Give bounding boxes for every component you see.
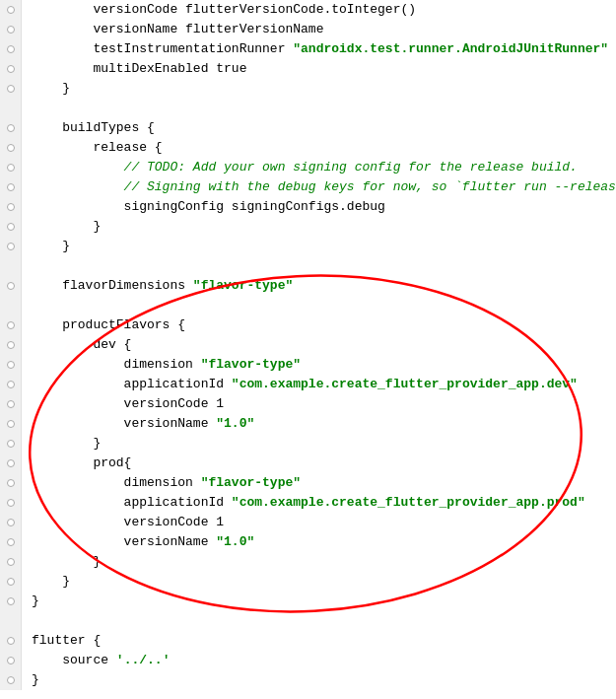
code-content: }	[22, 434, 101, 454]
line-gutter	[0, 158, 22, 177]
code-content	[22, 611, 39, 631]
token-str: '../..'	[116, 653, 171, 667]
gutter-dot	[7, 400, 15, 408]
code-content: versionCode 1	[22, 513, 224, 532]
token-plain: versionCode 1	[32, 515, 224, 529]
code-line-4: multiDexEnabled true	[0, 59, 616, 79]
code-content: }	[22, 670, 39, 690]
token-plain: buildTypes {	[32, 120, 155, 135]
line-gutter	[0, 473, 22, 493]
code-line-25: dimension "flavor-type"	[0, 473, 616, 493]
token-str: "com.example.create_flutter_provider_app…	[232, 377, 578, 391]
token-plain: multiDexEnabled true	[32, 61, 246, 76]
gutter-dot	[7, 459, 15, 467]
code-content: dev {	[22, 335, 131, 355]
token-str: "1.0"	[216, 416, 254, 431]
token-str: "1.0"	[216, 534, 254, 549]
gutter-dot	[7, 321, 15, 329]
gutter-dot	[7, 558, 15, 566]
token-comment: // Signing with the debug keys for now, …	[32, 179, 616, 194]
token-plain: versionCode flutterVersionCode.toInteger…	[32, 2, 416, 17]
code-line-3: testInstrumentationRunner "androidx.test…	[0, 39, 616, 59]
code-lines: versionCode flutterVersionCode.toInteger…	[0, 0, 616, 690]
gutter-dot	[7, 6, 15, 14]
line-gutter	[0, 99, 22, 118]
code-content: source '../..'	[22, 651, 170, 670]
code-content: versionName "1.0"	[22, 532, 254, 552]
line-gutter	[0, 197, 22, 217]
code-content: flavorDimensions "flavor-type"	[22, 276, 293, 296]
line-gutter	[0, 631, 22, 651]
code-content: dimension "flavor-type"	[22, 473, 301, 493]
code-line-2: versionName flutterVersionName	[0, 20, 616, 39]
line-gutter	[0, 335, 22, 355]
gutter-dot	[7, 420, 15, 428]
code-line-20: applicationId "com.example.create_flutte…	[0, 375, 616, 394]
gutter-dot	[7, 243, 15, 250]
line-gutter	[0, 513, 22, 532]
line-gutter	[0, 493, 22, 513]
gutter-dot	[7, 479, 15, 487]
line-gutter	[0, 315, 22, 335]
line-gutter	[0, 670, 22, 690]
token-plain: applicationId	[32, 495, 232, 510]
line-gutter	[0, 414, 22, 434]
line-gutter	[0, 434, 22, 454]
code-content: }	[22, 79, 70, 99]
code-line-17: productFlavors {	[0, 315, 616, 335]
line-gutter	[0, 256, 22, 276]
gutter-dot	[7, 26, 15, 34]
code-line-16	[0, 296, 616, 315]
line-gutter	[0, 651, 22, 670]
token-plain: release {	[32, 140, 163, 155]
token-str: "com.example.create_flutter_provider_app…	[232, 495, 585, 510]
token-plain: }	[32, 672, 39, 687]
code-content: release {	[22, 138, 163, 158]
token-plain: }	[32, 436, 101, 451]
gutter-dot	[7, 499, 15, 507]
gutter-dot	[7, 361, 15, 369]
code-content: versionName flutterVersionName	[22, 20, 323, 39]
line-gutter	[0, 177, 22, 197]
code-line-34: source '../..'	[0, 651, 616, 670]
line-gutter	[0, 118, 22, 138]
token-plain: versionCode 1	[32, 396, 224, 411]
gutter-dot	[7, 203, 15, 211]
line-gutter	[0, 20, 22, 39]
token-plain: flutter {	[32, 633, 101, 648]
line-gutter	[0, 217, 22, 237]
code-line-10: // Signing with the debug keys for now, …	[0, 177, 616, 197]
code-line-28: versionName "1.0"	[0, 532, 616, 552]
code-content: productFlavors {	[22, 315, 185, 335]
gutter-dot	[7, 440, 15, 448]
code-line-8: release {	[0, 138, 616, 158]
token-plain: }	[32, 574, 70, 589]
code-line-23: }	[0, 434, 616, 454]
token-plain: productFlavors {	[32, 317, 185, 332]
line-gutter	[0, 276, 22, 296]
code-line-32	[0, 611, 616, 631]
code-content: testInstrumentationRunner "androidx.test…	[22, 39, 608, 59]
code-line-31: }	[0, 592, 616, 611]
gutter-dot	[7, 637, 15, 645]
line-gutter	[0, 237, 22, 256]
gutter-dot	[7, 144, 15, 152]
line-gutter	[0, 394, 22, 414]
code-content: }	[22, 552, 101, 572]
gutter-dot	[7, 676, 15, 684]
token-plain: }	[32, 239, 70, 253]
line-gutter	[0, 552, 22, 572]
code-line-22: versionName "1.0"	[0, 414, 616, 434]
code-line-5: }	[0, 79, 616, 99]
code-content: applicationId "com.example.create_flutte…	[22, 375, 578, 394]
code-content: flutter {	[22, 631, 101, 651]
code-content: // Signing with the debug keys for now, …	[22, 177, 616, 197]
code-content: // TODO: Add your own signing config for…	[22, 158, 578, 177]
gutter-dot	[7, 519, 15, 526]
token-str: "flavor-type"	[201, 475, 301, 490]
gutter-dot	[7, 124, 15, 132]
code-content: }	[22, 572, 70, 592]
code-content	[22, 256, 39, 276]
code-editor: versionCode flutterVersionCode.toInteger…	[0, 0, 616, 699]
line-gutter	[0, 39, 22, 59]
